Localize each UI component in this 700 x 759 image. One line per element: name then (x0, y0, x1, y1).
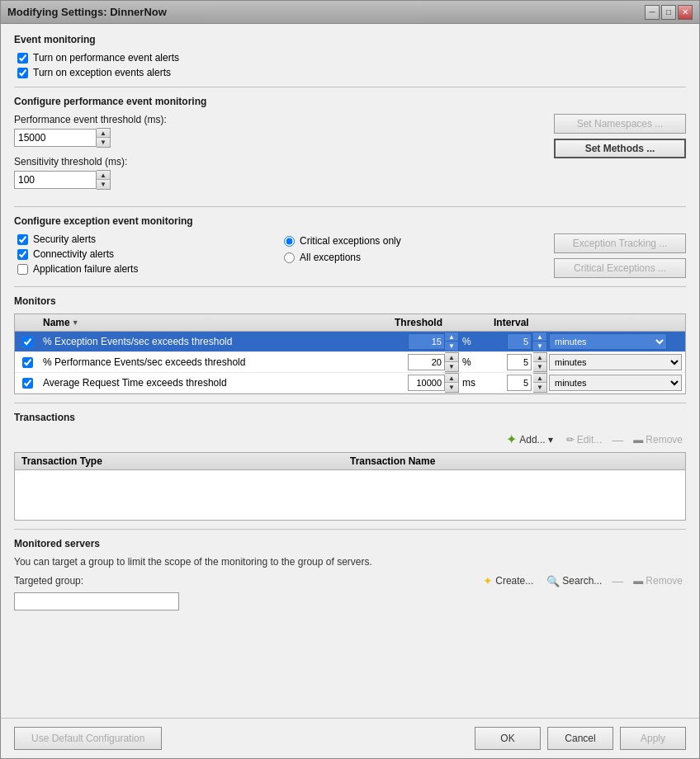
threshold-1-spin-down[interactable]: ▼ (445, 362, 458, 371)
monitor-row-1-threshold-input[interactable] (408, 354, 445, 370)
connectivity-alerts-checkbox[interactable] (17, 249, 28, 260)
event-monitoring-section: Event monitoring Turn on performance eve… (14, 34, 686, 78)
configure-performance-section: Configure performance event monitoring P… (14, 96, 686, 198)
monitor-row-0-name: % Exception Events/sec exceeds threshold (40, 336, 404, 347)
separator-3 (14, 286, 686, 287)
monitor-row-0-checkbox[interactable] (15, 337, 40, 347)
exception-alerts-checkbox[interactable] (17, 68, 28, 78)
interval-0-spin-up[interactable]: ▲ (533, 332, 546, 342)
monitor-row-1-interval: ▲ ▼ minutes seconds hours (504, 352, 685, 372)
edit-transaction-button[interactable]: ✏ Edit... (563, 432, 606, 447)
targeted-group-input[interactable] (14, 592, 179, 610)
monitors-section: Monitors Name ▼ Threshold Interval (14, 295, 686, 394)
remove-group-button[interactable]: ▬ Remove (630, 573, 686, 588)
exception-alerts-label: Turn on exception events alerts (33, 67, 171, 78)
title-bar: Modifying Settings: DinnerNow ─ □ ✕ (1, 1, 699, 24)
monitored-servers-section: Monitored servers You can target a group… (14, 538, 686, 610)
monitor-row-2-checkbox[interactable] (15, 378, 40, 389)
perf-alerts-row: Turn on performance event alerts (14, 52, 686, 64)
exception-tracking-button[interactable]: Exception Tracking ... (554, 233, 686, 253)
monitor-row-2-interval-unit[interactable]: minutes seconds hours (549, 375, 682, 391)
monitor-row-2-threshold-input[interactable] (408, 375, 445, 391)
app-failure-alerts-label: Application failure alerts (33, 263, 138, 275)
performance-layout: Performance event threshold (ms): ▲ ▼ Se… (14, 114, 686, 198)
monitor-row-0-interval-input[interactable] (507, 333, 532, 350)
bottom-right: OK Cancel Apply (475, 727, 686, 750)
monitor-row-0-interval-unit[interactable]: minutes seconds hours (549, 333, 667, 350)
sensitivity-label: Sensitivity threshold (ms): (14, 156, 537, 167)
sensitivity-spin-up[interactable]: ▲ (97, 171, 110, 180)
add-dropdown-arrow: ▾ (548, 434, 553, 446)
threshold-input[interactable] (14, 129, 97, 147)
monitor-row-1-interval-input[interactable] (507, 354, 532, 370)
transactions-section: Transactions ✦ Add... ▾ ✏ Edit... — ▬ Re… (14, 412, 686, 521)
set-namespaces-button[interactable]: Set Namespaces ... (554, 114, 686, 134)
monitor-row-2-interval-input[interactable] (507, 375, 532, 391)
interval-0-spin-down[interactable]: ▼ (533, 342, 546, 351)
sensitivity-spin-buttons: ▲ ▼ (97, 170, 111, 190)
critical-exceptions-button[interactable]: Critical Exceptions ... (554, 258, 686, 278)
critical-only-row: Critical exceptions only (284, 235, 537, 247)
transactions-title: Transactions (14, 412, 686, 423)
remove-icon: ▬ (633, 434, 643, 446)
sensitivity-spin-down[interactable]: ▼ (97, 180, 110, 189)
threshold-spin-up[interactable]: ▲ (97, 129, 110, 138)
app-failure-alerts-checkbox[interactable] (17, 264, 28, 275)
th-scroll (672, 317, 685, 328)
toolbar-separator-2: — (612, 574, 623, 587)
monitor-row-1[interactable]: % Performance Events/sec exceeds thresho… (15, 352, 685, 373)
set-methods-button[interactable]: Set Methods ... (554, 139, 686, 158)
separator-2 (14, 206, 686, 207)
transactions-table: Transaction Type Transaction Name (14, 452, 686, 521)
security-alerts-checkbox[interactable] (17, 234, 28, 245)
remove-transaction-button[interactable]: ▬ Remove (630, 432, 686, 447)
transactions-table-header: Transaction Type Transaction Name (15, 453, 685, 470)
perf-alerts-checkbox[interactable] (17, 53, 28, 64)
monitor-row-2[interactable]: Average Request Time exceeds threshold ▲… (15, 373, 685, 394)
apply-button[interactable]: Apply (620, 727, 686, 750)
interval-1-spin-down[interactable]: ▼ (533, 362, 546, 371)
threshold-1-spin-up[interactable]: ▲ (445, 353, 458, 362)
default-config-button[interactable]: Use Default Configuration (14, 727, 162, 750)
close-button[interactable]: ✕ (678, 5, 693, 20)
bottom-left: Use Default Configuration (14, 727, 162, 750)
configure-performance-title: Configure performance event monitoring (14, 96, 686, 107)
bottom-bar: Use Default Configuration OK Cancel Appl… (1, 718, 699, 758)
targeted-group-actions: ✦ Create... 🔍 Search... — ▬ Remove (480, 573, 686, 589)
all-exceptions-radio[interactable] (284, 252, 295, 263)
interval-2-spin-up[interactable]: ▲ (533, 374, 546, 383)
minimize-button[interactable]: ─ (645, 5, 660, 20)
monitor-row-1-interval-unit[interactable]: minutes seconds hours (549, 354, 682, 370)
add-transaction-button[interactable]: ✦ Add... ▾ (503, 430, 556, 449)
exception-alerts-row: Turn on exception events alerts (14, 67, 686, 78)
add-icon: ✦ (506, 431, 517, 447)
monitor-row-0-threshold-input[interactable] (408, 333, 445, 350)
monitor-row-0-interval: ▲ ▼ minutes seconds hours (504, 332, 685, 351)
threshold-0-spin-up[interactable]: ▲ (445, 332, 458, 342)
create-group-button[interactable]: ✦ Create... (480, 573, 537, 589)
transactions-table-body (15, 470, 685, 520)
search-group-button[interactable]: 🔍 Search... (543, 573, 605, 589)
threshold-0-spin-down[interactable]: ▼ (445, 342, 458, 351)
threshold-2-spin-down[interactable]: ▼ (445, 383, 458, 392)
maximize-button[interactable]: □ (661, 5, 676, 20)
threshold-2-spin-up[interactable]: ▲ (445, 374, 458, 383)
transactions-toolbar: ✦ Add... ▾ ✏ Edit... — ▬ Remove (14, 430, 686, 449)
interval-1-spin-up[interactable]: ▲ (533, 353, 546, 362)
connectivity-alerts-row: Connectivity alerts (14, 248, 267, 260)
exception-layout: Security alerts Connectivity alerts Appl… (14, 233, 686, 278)
threshold-spin-down[interactable]: ▼ (97, 138, 110, 147)
interval-2-spin-down[interactable]: ▼ (533, 383, 546, 392)
scrollable-content[interactable]: Event monitoring Turn on performance eve… (1, 24, 699, 718)
th-name: Name ▼ (40, 317, 391, 328)
ok-button[interactable]: OK (475, 727, 541, 750)
critical-only-radio[interactable] (284, 236, 295, 247)
monitor-row-2-interval: ▲ ▼ minutes seconds hours (504, 373, 685, 393)
monitor-row-0[interactable]: % Exception Events/sec exceeds threshold… (15, 332, 685, 352)
sensitivity-input[interactable] (14, 171, 97, 189)
monitor-row-1-checkbox[interactable] (15, 357, 40, 368)
monitors-table: Name ▼ Threshold Interval % Exception Ev… (14, 314, 686, 394)
threshold-2-unit: ms (462, 377, 475, 389)
cancel-button[interactable]: Cancel (547, 727, 613, 750)
threshold-label: Performance event threshold (ms): (14, 114, 537, 125)
